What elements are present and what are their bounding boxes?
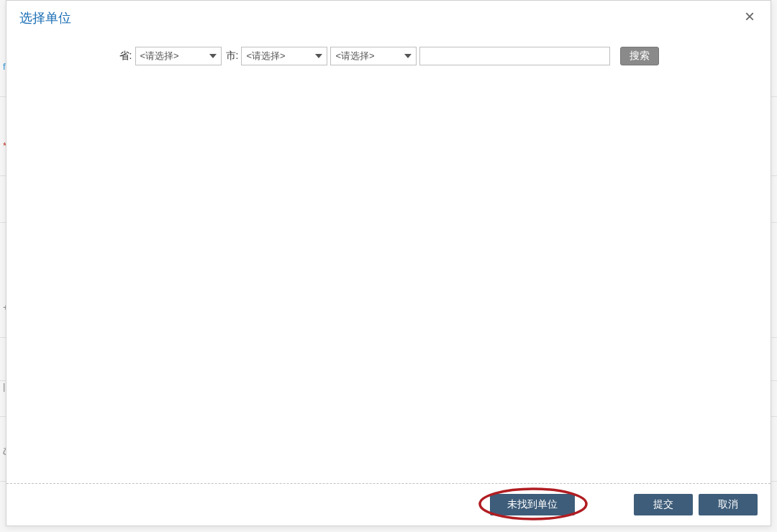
- close-icon: ×: [745, 6, 755, 26]
- chevron-down-icon: [404, 54, 412, 58]
- district-select[interactable]: <请选择>: [330, 47, 417, 65]
- search-button[interactable]: 搜索: [620, 47, 659, 65]
- submit-button[interactable]: 提交: [634, 494, 693, 515]
- select-unit-modal: 选择单位 × 省: <请选择> 市: <请选择> <请选择> 搜索 未找到单位: [6, 0, 771, 526]
- province-label: 省:: [119, 50, 132, 63]
- not-found-highlight-wrap: 未找到单位: [490, 494, 575, 515]
- cancel-button[interactable]: 取消: [699, 494, 758, 515]
- modal-title: 选择单位: [19, 9, 758, 27]
- bg-marker: |: [3, 381, 5, 392]
- province-select[interactable]: <请选择>: [135, 47, 222, 65]
- chevron-down-icon: [315, 54, 322, 58]
- modal-header: 选择单位 ×: [6, 1, 771, 32]
- results-area: [6, 73, 771, 483]
- not-found-button[interactable]: 未找到单位: [490, 494, 575, 515]
- city-select-value: <请选择>: [246, 50, 285, 61]
- close-button[interactable]: ×: [740, 6, 759, 27]
- city-select[interactable]: <请选择>: [241, 47, 327, 65]
- district-select-value: <请选择>: [335, 50, 374, 61]
- modal-footer: 未找到单位 提交 取消: [6, 483, 771, 526]
- chevron-down-icon: [209, 54, 217, 58]
- province-select-value: <请选择>: [140, 50, 179, 61]
- city-label: 市:: [226, 50, 239, 63]
- keyword-input[interactable]: [419, 47, 610, 65]
- filter-row: 省: <请选择> 市: <请选择> <请选择> 搜索: [6, 32, 771, 73]
